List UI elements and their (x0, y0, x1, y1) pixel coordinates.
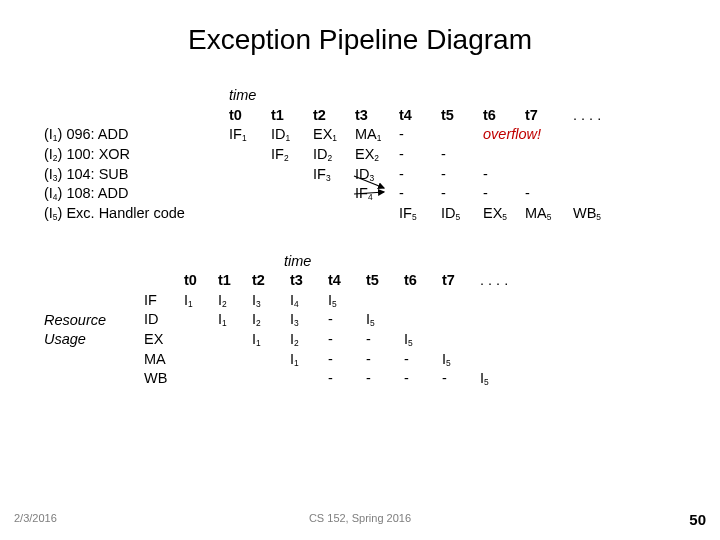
resource-usage-label: Resource Usage (44, 311, 124, 350)
resource-usage-table: Resource Usage time t0 t1 t2 t3 t4 t5 t6… (44, 252, 676, 390)
table-row: (I3) 104: SUBIF3ID3--- (44, 165, 676, 185)
time-header: time (229, 86, 676, 106)
pipeline-table: time t0 t1 t2 t3 t4 t5 t6 t7 . . . . (I1… (44, 86, 676, 224)
table-row: IDI1I2I3-I5 (144, 310, 676, 330)
page-number: 50 (689, 511, 706, 528)
time-columns-2: t0 t1 t2 t3 t4 t5 t6 t7 . . . . (144, 271, 676, 291)
page-title: Exception Pipeline Diagram (44, 24, 676, 56)
table-row: (I4) 108: ADDIF4---- (44, 184, 676, 204)
footer-course: CS 152, Spring 2016 (0, 512, 720, 524)
time-header-2: time (284, 252, 676, 272)
table-row: (I1) 096: ADDIF1ID1EX1MA1-overflow! (44, 125, 676, 145)
table-row: (I2) 100: XORIF2ID2EX2-- (44, 145, 676, 165)
time-columns: t0 t1 t2 t3 t4 t5 t6 t7 . . . . (44, 106, 676, 126)
table-row: IFI1I2I3I4I5 (144, 291, 676, 311)
table-row: WB----I5 (144, 369, 676, 389)
table-row: MAI1---I5 (144, 350, 676, 370)
table-row: (I5) Exc. Handler codeIF5ID5EX5MA5WB5 (44, 204, 676, 224)
table-row: EXI1I2--I5 (144, 330, 676, 350)
